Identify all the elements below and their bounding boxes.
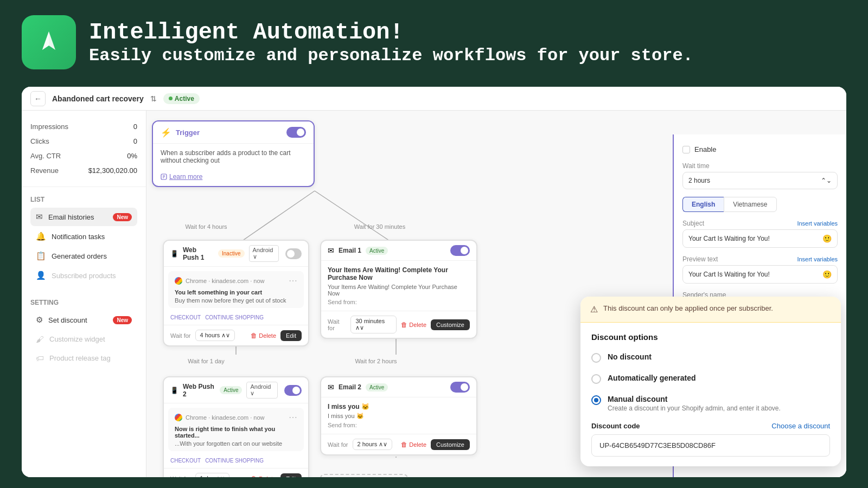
platform-select-1[interactable]: Android ∨: [249, 245, 279, 262]
add-email-block[interactable]: ＋ + Add Email bloc...: [320, 474, 408, 477]
discount-title: Discount options: [591, 332, 830, 342]
email1-customize-btn[interactable]: Customize: [431, 319, 470, 330]
email2-preview: I miss you 🐱: [328, 413, 470, 420]
sidebar-item-notification-tasks[interactable]: 🔔 Notification tasks: [30, 227, 137, 246]
trigger-body: When a subscriber adds a product to the …: [153, 144, 314, 170]
warning-icon: ⚠: [590, 304, 598, 314]
back-button[interactable]: ←: [30, 91, 46, 106]
sidebar-item-generated-orders[interactable]: 📋 Generated orders: [30, 247, 137, 265]
email-2-body: I miss you 🐱 I miss you 🐱 Send from:: [321, 397, 476, 434]
list-section: List ✉ Email histories New 🔔 Notificatio…: [22, 187, 146, 290]
email-2-icon: ✉: [328, 383, 334, 391]
push2-continue-btn[interactable]: CONTINUE SHOPPING: [205, 458, 264, 464]
push1-footer: Wait for 4 hours ∧∨ 🗑 Delete Edit: [164, 325, 308, 345]
discount-modal: ⚠ This discount can only be applied once…: [580, 297, 841, 466]
wait-time-select[interactable]: 2 hours ⌃⌄: [682, 172, 838, 189]
push1-checkout-btn[interactable]: CHECKOUT: [170, 314, 201, 320]
email1-subject: Your Items Are Waiting! Complete Your Pu…: [328, 266, 470, 281]
push2-footer: Wait for 1 day ∧∨ 🗑 Delete Edit: [164, 468, 308, 477]
discount-code-label: Discount code: [591, 422, 640, 430]
svg-line-1: [315, 191, 396, 245]
sort-button[interactable]: ⇅: [150, 94, 157, 103]
web-push-1-header: 📱 Web Push 1 Inactive Android ∨: [164, 241, 308, 267]
email-2-node: ✉ Email 2 Active I miss you 🐱 I miss you…: [320, 376, 477, 455]
push2-wait-input[interactable]: 1 day ∧∨: [195, 473, 230, 477]
push2-toggle[interactable]: [284, 385, 302, 396]
choose-discount-link[interactable]: Choose a discount: [771, 422, 830, 430]
preview-text-label: Preview text Insert variables: [682, 255, 838, 263]
push1-actions: CHECKOUT CONTINUE SHOPPING: [164, 312, 308, 325]
subject-label: Subject Insert variables: [682, 220, 838, 227]
email1-delete-btn[interactable]: 🗑 Delete: [401, 321, 426, 329]
push1-delete-btn[interactable]: 🗑 Delete: [251, 332, 276, 339]
preview-text-input[interactable]: Your Cart Is Waiting for You! 🙂: [682, 265, 838, 284]
insert-vars-preview[interactable]: Insert variables: [797, 256, 838, 262]
set-discount-icon: ⚙: [36, 315, 43, 325]
page-title: Abandoned cart recovery: [52, 94, 144, 103]
trigger-learn-more[interactable]: Learn more: [153, 170, 314, 186]
stats-section: Impressions 0 Clicks 0 Avg. CTR 0% Reven…: [22, 119, 146, 187]
tab-vietnamese[interactable]: Vietnamese: [724, 197, 776, 212]
subject-emoji-btn[interactable]: 🙂: [822, 234, 832, 243]
manual-discount-option[interactable]: Manual discount Create a discount in you…: [591, 393, 830, 414]
workflow-canvas: ⚡ Trigger When a subscriber adds a produ…: [146, 111, 846, 477]
status-dot: [169, 97, 173, 100]
push1-preview: Chrome · kinadese.com · now ⋯ You left s…: [168, 271, 304, 308]
wait-time-label: Wait time: [682, 162, 838, 170]
push1-text: You left something in your cart: [175, 289, 297, 296]
trigger-toggle[interactable]: [286, 127, 306, 138]
auto-generated-option[interactable]: Automatically generated: [591, 371, 830, 386]
stat-revenue: Revenue $12,300,020.00: [30, 163, 137, 178]
preview-emoji-btn[interactable]: 🙂: [822, 270, 832, 279]
push2-subtext: ...With your forgotten cart on our websi…: [175, 440, 297, 447]
no-discount-option[interactable]: No discount: [591, 350, 830, 365]
sidebar-item-customize-widget: 🖌 Customize widget: [30, 330, 137, 348]
push2-delete-btn[interactable]: 🗑 Delete: [251, 475, 276, 478]
email2-wait-input[interactable]: 2 hours ∧∨: [353, 439, 393, 450]
push2-preview-header: Chrome · kinadese.com · now ⋯: [175, 412, 297, 422]
discount-code-input[interactable]: [591, 434, 830, 457]
sidebar-item-email-histories[interactable]: ✉ Email histories New: [30, 208, 137, 226]
push1-continue-btn[interactable]: CONTINUE SHOPPING: [205, 314, 264, 320]
generated-orders-icon: 📋: [36, 251, 46, 261]
push1-toggle[interactable]: [285, 248, 302, 259]
top-bar: ← Abandoned cart recovery ⇅ Active: [22, 87, 846, 111]
platform-select-2[interactable]: Android ∨: [246, 382, 278, 399]
email2-customize-btn[interactable]: Customize: [431, 439, 470, 450]
enable-label: Enable: [694, 145, 716, 153]
email-1-icon: ✉: [328, 246, 334, 255]
no-discount-radio[interactable]: [591, 353, 601, 363]
push1-wait-input[interactable]: 4 hours ∧∨: [195, 330, 235, 341]
push2-checkout-btn[interactable]: CHECKOUT: [170, 458, 201, 464]
push1-preview-header: Chrome · kinadese.com · now ⋯: [175, 275, 297, 286]
subject-input[interactable]: Your Cart Is Waiting for You! 🙂: [682, 229, 838, 248]
enable-checkbox[interactable]: [682, 146, 690, 153]
tab-english[interactable]: English: [682, 197, 724, 212]
subscribed-products-icon: 👤: [36, 271, 46, 280]
push2-edit-btn[interactable]: Edit: [280, 473, 302, 478]
setting-section-title: Setting: [30, 299, 137, 306]
auto-generated-radio[interactable]: [591, 374, 601, 384]
email1-toggle[interactable]: [450, 245, 470, 256]
email1-wait-input[interactable]: 30 minutes ∧∨: [350, 316, 397, 333]
email-1-body: Your Items Are Waiting! Complete Your Pu…: [321, 261, 476, 311]
header-text: Intelligent Automation! Easily customize…: [89, 20, 693, 66]
discount-body: Discount options No discount Automatical…: [580, 323, 841, 466]
list-section-title: List: [30, 196, 137, 203]
push1-subtext: Buy them now before they get out of stoc…: [175, 297, 297, 304]
wait-label-4hours: Wait for 4 hours: [179, 223, 233, 230]
email2-subject: I miss you 🐱: [328, 403, 470, 410]
email2-toggle[interactable]: [450, 382, 470, 393]
web-push-1-node: 📱 Web Push 1 Inactive Android ∨ Chrome ·…: [163, 240, 309, 346]
email-histories-icon: ✉: [36, 212, 43, 222]
web-push-2-header: 📱 Web Push 2 Active Android ∨: [164, 377, 308, 403]
email2-delete-btn[interactable]: 🗑 Delete: [401, 441, 426, 448]
push1-edit-btn[interactable]: Edit: [280, 330, 302, 341]
customize-widget-icon: 🖌: [36, 335, 44, 344]
header: Intelligent Automation! Easily customize…: [0, 0, 868, 80]
push2-actions: CHECKOUT CONTINUE SHOPPING: [164, 455, 308, 468]
sidebar-item-set-discount[interactable]: ⚙ Set discount New: [30, 311, 137, 329]
manual-discount-radio[interactable]: [591, 395, 601, 405]
email2-from: Send from:: [328, 422, 470, 428]
insert-vars-subject[interactable]: Insert variables: [797, 220, 838, 227]
